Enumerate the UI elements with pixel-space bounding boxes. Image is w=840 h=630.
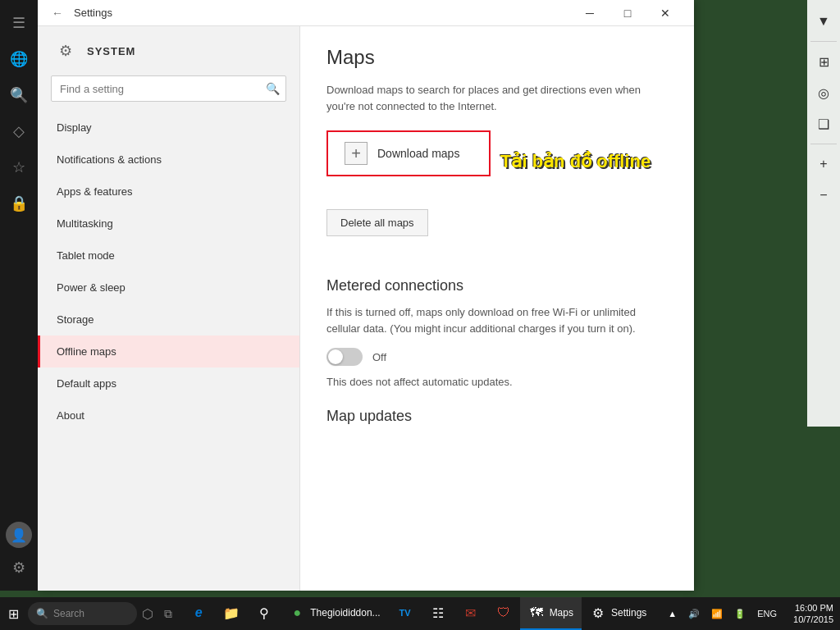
clock-date: 10/7/2015 bbox=[793, 614, 833, 625]
settings-main: Maps Download maps to search for places … bbox=[300, 26, 694, 591]
clock-time: 16:00 PM bbox=[793, 602, 833, 614]
taskbar-search[interactable]: 🔍 Search bbox=[28, 602, 137, 625]
download-maps-label: Download maps bbox=[377, 147, 459, 160]
sidebar-item-storage[interactable]: Storage bbox=[38, 304, 299, 336]
annotation-text: Tải bản đồ offline bbox=[500, 151, 651, 172]
language-indicator[interactable]: ENG bbox=[754, 607, 780, 620]
settings-titlebar: ← Settings ─ □ ✕ bbox=[38, 0, 694, 26]
lock-icon[interactable]: 🔒 bbox=[2, 187, 35, 220]
sidebar-item-apps[interactable]: Apps & features bbox=[38, 176, 299, 208]
toggle-row: Off bbox=[326, 348, 668, 366]
task-view-button[interactable]: ⧉ bbox=[158, 597, 179, 630]
chrome-label: Thegioididdon... bbox=[310, 607, 380, 619]
back-button[interactable]: ← bbox=[48, 3, 67, 23]
taskbar-app-explorer[interactable]: 📁 bbox=[215, 597, 248, 630]
maps-label: Maps bbox=[550, 607, 573, 619]
taskbar-app-metro[interactable]: ☷ bbox=[422, 597, 454, 630]
affect-note: This does not affect automatic updates. bbox=[326, 376, 668, 388]
zoom-in-button[interactable]: + bbox=[809, 149, 838, 179]
plus-icon: + bbox=[345, 142, 368, 165]
taskbar-app-search[interactable]: ⚲ bbox=[248, 597, 281, 630]
network-icon[interactable]: 📶 bbox=[708, 607, 726, 621]
cortana-button[interactable]: ⬡ bbox=[137, 597, 158, 630]
zoom-out-button[interactable]: − bbox=[809, 180, 838, 210]
tag-icon[interactable]: ◇ bbox=[2, 115, 35, 148]
taskbar-tray: ▲ 🔊 📶 🔋 ENG bbox=[658, 607, 787, 621]
taskbar-app-mcafee[interactable]: 🛡 bbox=[487, 597, 520, 630]
search-label: Search bbox=[53, 608, 84, 619]
titlebar-title: Settings bbox=[74, 7, 112, 19]
mail-icon: ✉ bbox=[463, 605, 479, 621]
compass-icon[interactable]: ▼ bbox=[809, 7, 838, 36]
maps-icon: 🗺 bbox=[528, 605, 545, 621]
toggle-state-label: Off bbox=[372, 351, 386, 363]
tray-overflow[interactable]: ▲ bbox=[664, 607, 680, 620]
metro-icon: ☷ bbox=[430, 605, 446, 621]
star-icon[interactable]: ☆ bbox=[2, 151, 35, 184]
metered-connections-heading: Metered connections bbox=[326, 277, 668, 294]
sidebar-item-display[interactable]: Display bbox=[38, 112, 299, 144]
layers-icon[interactable]: ❑ bbox=[809, 109, 838, 139]
taskbar-app-teamviewer[interactable]: TV bbox=[389, 597, 422, 630]
edge-icon: e bbox=[190, 605, 207, 621]
mcafee-icon: 🛡 bbox=[495, 605, 512, 621]
search-bar: 🔍 bbox=[51, 75, 286, 102]
strip-gear-icon[interactable]: ⚙ bbox=[2, 551, 35, 584]
maps-toolbar: ▼ ⊞ ◎ ❑ + − bbox=[807, 0, 840, 427]
settings-label: Settings bbox=[611, 607, 646, 619]
page-title: Maps bbox=[326, 46, 668, 69]
download-maps-button[interactable]: + Download maps bbox=[326, 130, 491, 176]
metered-description: If this is turned off, maps only downloa… bbox=[326, 304, 668, 336]
titlebar-controls: ─ □ ✕ bbox=[571, 0, 684, 26]
taskbar-apps: e 📁 ⚲ ● Thegioididdon... TV ☷ ✉ 🛡 🗺 Maps bbox=[179, 597, 658, 630]
sidebar-item-default-apps[interactable]: Default apps bbox=[38, 368, 299, 399]
explorer-icon: 📁 bbox=[223, 605, 240, 621]
section-description: Download maps to search for places and g… bbox=[326, 82, 668, 114]
sidebar-item-notifications[interactable]: Notifications & actions bbox=[38, 144, 299, 176]
settings-sidebar: ⚙ SYSTEM 🔍 Display Notifications & actio… bbox=[38, 26, 300, 591]
minimize-button[interactable]: ─ bbox=[571, 0, 609, 26]
target-icon[interactable]: ◎ bbox=[809, 78, 838, 107]
start-button[interactable]: ⊞ bbox=[0, 597, 28, 630]
settings-icon: ⚙ bbox=[590, 605, 606, 621]
volume-icon[interactable]: 🔊 bbox=[685, 607, 703, 621]
search-icon[interactable]: 🔍 bbox=[2, 79, 35, 112]
teamviewer-icon: TV bbox=[397, 605, 413, 621]
delete-all-maps-button[interactable]: Delete all maps bbox=[326, 209, 428, 236]
sidebar-item-offline-maps[interactable]: Offline maps bbox=[38, 336, 299, 368]
system-icon: ⚙ bbox=[54, 39, 77, 62]
system-header: ⚙ SYSTEM bbox=[38, 26, 299, 75]
grid-icon[interactable]: ⊞ bbox=[809, 47, 838, 76]
taskbar-app-settings[interactable]: ⚙ Settings bbox=[582, 597, 655, 630]
taskbar-app-edge[interactable]: e bbox=[182, 597, 215, 630]
search-icon: 🔍 bbox=[36, 608, 48, 619]
map-updates-heading: Map updates bbox=[326, 408, 668, 425]
toolbar-separator bbox=[810, 41, 837, 42]
magnifier-icon: ⚲ bbox=[256, 605, 272, 621]
sidebar-item-about[interactable]: About bbox=[38, 399, 299, 431]
search-input[interactable] bbox=[51, 75, 286, 102]
search-icon: 🔍 bbox=[266, 82, 280, 95]
sidebar-item-multitasking[interactable]: Multitasking bbox=[38, 208, 299, 240]
settings-content: ⚙ SYSTEM 🔍 Display Notifications & actio… bbox=[38, 26, 694, 591]
taskbar: ⊞ 🔍 Search ⬡ ⧉ e 📁 ⚲ ● Thegioididdon... … bbox=[0, 597, 840, 630]
taskbar-app-mail[interactable]: ✉ bbox=[454, 597, 487, 630]
metered-toggle[interactable] bbox=[326, 348, 363, 366]
taskbar-app-chrome[interactable]: ● Thegioididdon... bbox=[281, 597, 388, 630]
toolbar-separator-2 bbox=[810, 144, 837, 144]
chrome-icon: ● bbox=[289, 605, 305, 621]
taskbar-clock[interactable]: 16:00 PM 10/7/2015 bbox=[787, 602, 840, 626]
toggle-knob bbox=[328, 349, 343, 364]
settings-window: ← Settings ─ □ ✕ ⚙ SYSTEM 🔍 Display Noti… bbox=[38, 0, 694, 591]
maximize-button[interactable]: □ bbox=[609, 0, 646, 26]
avatar[interactable]: 👤 bbox=[6, 522, 32, 548]
hamburger-icon[interactable]: ☰ bbox=[2, 7, 35, 39]
battery-icon[interactable]: 🔋 bbox=[731, 607, 749, 621]
taskbar-app-maps[interactable]: 🗺 Maps bbox=[520, 597, 582, 630]
icon-strip: ☰ 🌐 🔍 ◇ ☆ 🔒 👤 ⚙ bbox=[0, 0, 38, 591]
globe-icon[interactable]: 🌐 bbox=[2, 43, 35, 75]
close-button[interactable]: ✕ bbox=[646, 0, 684, 26]
system-label: SYSTEM bbox=[87, 45, 135, 57]
sidebar-item-tablet[interactable]: Tablet mode bbox=[38, 240, 299, 272]
sidebar-item-power[interactable]: Power & sleep bbox=[38, 272, 299, 304]
